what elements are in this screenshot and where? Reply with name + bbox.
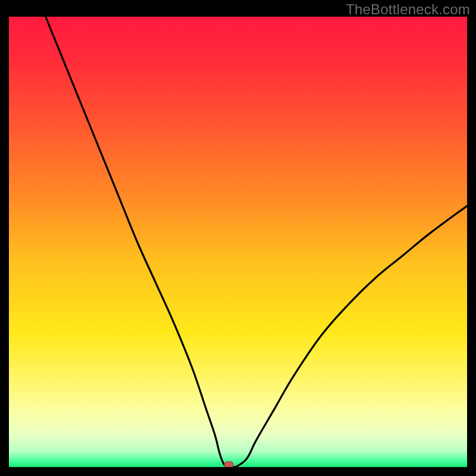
optimal-point-marker xyxy=(225,462,233,467)
watermark-text: TheBottleneck.com xyxy=(346,1,470,18)
chart-svg xyxy=(9,17,467,467)
gradient-background xyxy=(9,17,467,467)
chart-frame: TheBottleneck.com xyxy=(0,0,476,476)
plot-area xyxy=(9,17,467,467)
